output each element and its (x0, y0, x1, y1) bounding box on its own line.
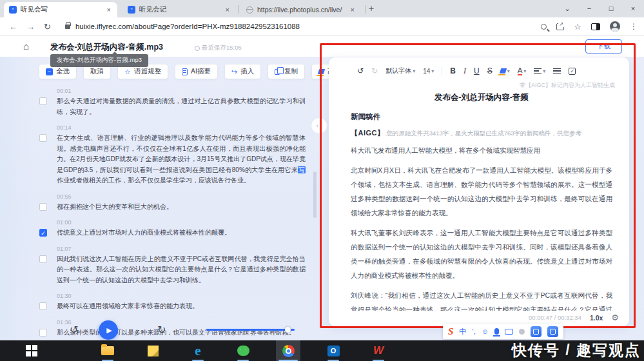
segment-checkbox[interactable] (39, 302, 47, 310)
section-heading: 新闻稿件 (351, 112, 612, 122)
button-label: 插入 (240, 67, 254, 76)
profile-avatar[interactable] (610, 21, 620, 32)
doc-paragraph[interactable]: 北京时间X月X日，科大讯飞在合肥发布了一款通用人工智能大模型。该模型将应用于多个… (351, 163, 612, 220)
transcript-timestamp: 01:30 (57, 293, 307, 299)
skin-icon[interactable] (519, 329, 525, 335)
window-minimize-button[interactable]: − (578, 0, 600, 17)
sogou-logo-icon[interactable]: S (448, 326, 453, 337)
microphone-icon[interactable] (494, 328, 499, 335)
segment-text[interactable]: 最终可以在通用领域给大家非常惊喜的能力表现。 (57, 301, 306, 312)
wps-icon: W (373, 344, 384, 357)
window-close-button[interactable]: × (622, 0, 644, 17)
taskbar-file-explorer[interactable] (95, 340, 120, 361)
url-text[interactable]: huixie.iflyrec.com/aboutPage?orderId=PHX… (75, 23, 300, 30)
copy-icon (275, 69, 280, 75)
doc-paragraph[interactable]: 刘庆峰说：“我们相信，通过这次人工智能的历史上意义不亚于PC或者互联网代替，我觉… (351, 288, 612, 311)
btn-insert[interactable]: ↪插入 (224, 64, 261, 79)
segment-checkbox[interactable]: ✓ (39, 229, 47, 237)
iflytek-favicon: ” (128, 6, 135, 14)
zoom-icon[interactable] (541, 24, 547, 30)
chinese-mode-icon[interactable]: 中 (459, 327, 466, 337)
slider-knob[interactable] (285, 327, 291, 333)
tab-close-icon[interactable]: × (224, 6, 231, 14)
forward-icon[interactable]: → (26, 22, 35, 32)
italic-button[interactable]: I (463, 66, 466, 76)
font-color-button[interactable]: A ▾ (518, 66, 527, 75)
rewind-icon[interactable]: ↺ (70, 324, 78, 336)
browser-menu-icon[interactable]: ⋮ (630, 22, 638, 31)
toolbox-icon-2[interactable] (547, 326, 558, 337)
underline-button[interactable]: U (474, 66, 480, 75)
autosave-status: 最近保存15:05 (195, 44, 242, 52)
segment-checkbox[interactable] (39, 255, 47, 263)
font-family-select[interactable]: 默认字体 ▾ (385, 66, 415, 75)
taskbar-sticky-notes[interactable] (141, 340, 165, 361)
segment-text[interactable]: 因此我们说这次人工智能在历史上的意义不亚于PC或者互联网代替，我觉得是完全恰当的… (57, 254, 306, 286)
taskbar-wps[interactable]: W (366, 340, 391, 361)
bold-button[interactable]: B (450, 66, 456, 75)
taskbar-wechat[interactable] (231, 340, 255, 361)
home-icon[interactable]: ⌂ (23, 41, 29, 52)
emoji-icon[interactable]: ☺ (482, 327, 489, 335)
start-button[interactable] (19, 340, 44, 361)
gear-icon[interactable]: ⚙ (611, 313, 619, 322)
segment-text[interactable]: 在文本生成、语言理解、行业的逻辑推理以及数学能力代码能力等多个领域的智慧体现。感… (57, 133, 306, 186)
redo-icon[interactable]: ↻ (371, 66, 378, 75)
strikethrough-button[interactable]: S (487, 66, 493, 75)
share-icon[interactable] (556, 23, 564, 30)
browser-address-bar: ← → ↻ huixie.iflyrec.com/aboutPage?order… (0, 17, 644, 36)
segment-text[interactable]: 那么今天通过对海量数据的高质量的清洗，通过对上亿古典参数大模型的记忆学习和训练，… (57, 96, 306, 117)
font-size-select[interactable]: 14 ▾ (423, 68, 434, 75)
segment-text[interactable]: 都在拥抱这个巨大的变革和巨大的机会。 (57, 202, 306, 213)
tab-label: https://live.photoplus.cn/live/ (257, 6, 346, 14)
aigc-notice: 带【AIGC】标记内容为人工智能生成 (520, 81, 615, 90)
download-button[interactable]: 下载 (585, 39, 622, 54)
checkbox-icon: ✓ (569, 68, 576, 75)
doc-paragraph[interactable]: 科大讯飞董事长刘庆峰表示，这一通用人工智能大模型主要特点是它可以通过多种类型的数… (351, 226, 612, 282)
punctuation-icon[interactable]: ’, (472, 327, 476, 335)
editor-toolbar: ↺ ↻ 默认字体 ▾ 14 ▾ B I U S ▾ A ▾ (357, 63, 620, 79)
aigc-info-line: 【AIGC】 您的原始文件共3413字，星火大模型已生成763字的新闻稿件，供您… (351, 128, 612, 138)
transcript-scrollbar[interactable] (313, 171, 317, 218)
btn-ai-summary[interactable]: AI摘要 (175, 64, 218, 79)
keyboard-icon[interactable] (505, 329, 513, 335)
document-body[interactable]: 发布会-刘总开场内容-音频 新闻稿件 【AIGC】 您的原始文件共3413字，星… (351, 91, 612, 311)
new-tab-button[interactable]: + (369, 3, 374, 14)
playback-time: 00:00:47 / 00:32:34 (529, 314, 581, 321)
btn-copy[interactable]: 复制 (268, 64, 305, 79)
window-maximize-button[interactable]: □ (600, 0, 622, 17)
segment-checkbox[interactable] (39, 203, 47, 211)
bookmark-star-icon[interactable]: ☆ (574, 22, 581, 32)
window-menu-chevron-icon[interactable]: ⌄ (556, 0, 578, 17)
taskbar-edge[interactable]: e (186, 340, 210, 361)
tab-label: 听见会记 (139, 5, 220, 14)
progress-slider[interactable] (206, 329, 295, 331)
tab-close-icon[interactable]: × (349, 6, 356, 14)
toolbox-icon[interactable] (531, 326, 542, 337)
side-panel-icon[interactable] (591, 23, 600, 30)
reload-icon[interactable]: ↻ (44, 22, 51, 32)
forward-icon[interactable]: ↻ (157, 324, 166, 336)
play-button[interactable]: ▶ (99, 320, 118, 340)
segment-checkbox[interactable] (39, 134, 47, 142)
align-button[interactable]: ▾ (534, 68, 545, 74)
taskbar-chrome[interactable] (276, 340, 300, 361)
segment-text[interactable]: 传统意义上通过对市场对人力的商业模式将被根本性的颠覆。 (57, 228, 306, 239)
segment-checkbox[interactable] (39, 97, 47, 105)
doc-paragraph[interactable]: 科大讯飞发布通用人工智能大模型，将在多个领域实现智慧应用 (351, 143, 612, 157)
tab-huiji[interactable]: ” 听见会记 × (122, 2, 236, 17)
transcript-timestamp: 01:00 (57, 219, 307, 226)
tab-huixie[interactable]: ” 听见会写 × (4, 2, 117, 17)
task-list-button[interactable]: ✓ (569, 68, 576, 75)
segment-checkbox[interactable] (39, 329, 47, 337)
highlight-color-button[interactable]: ▾ (500, 68, 510, 74)
panel-collapse-handle[interactable]: ‹ › (311, 117, 327, 134)
tab-close-icon[interactable]: × (106, 6, 112, 14)
list-button[interactable] (553, 68, 561, 74)
tab-photoplus[interactable]: https://live.photoplus.cn/live/ × (241, 2, 361, 17)
taskbar-outlook[interactable]: O (321, 340, 346, 361)
lock-icon[interactable] (65, 24, 70, 29)
playback-speed[interactable]: 1.0x (590, 314, 603, 322)
undo-icon[interactable]: ↺ (357, 66, 364, 75)
back-icon[interactable]: ← (9, 22, 17, 32)
